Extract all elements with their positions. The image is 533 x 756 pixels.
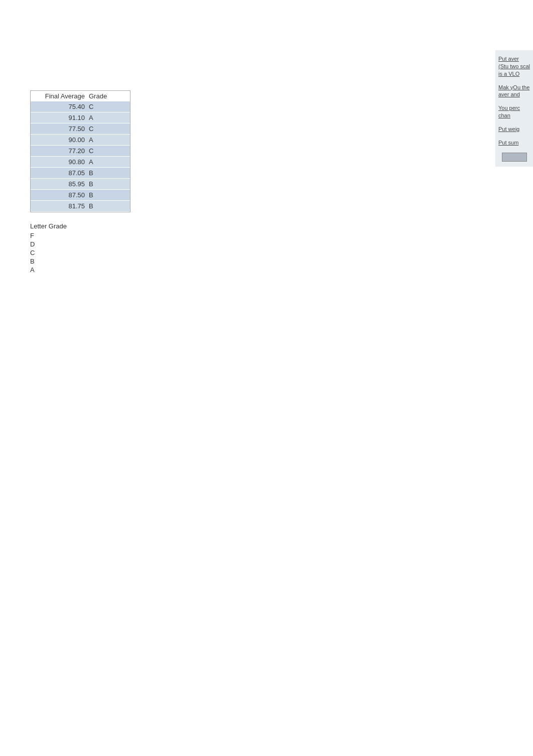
cell-grade: C: [89, 103, 93, 110]
sidebar-block-5: Put sum: [498, 139, 530, 147]
list-item: F: [30, 232, 130, 239]
cell-grade: B: [89, 202, 93, 210]
list-item: B: [30, 258, 130, 265]
sidebar-block-2: Mak yOu the aver and: [498, 84, 530, 99]
header-final-average: Final Average: [34, 92, 89, 100]
cell-final-average: 87.05: [34, 169, 89, 177]
main-content: Final Average Grade 75.40 C 91.10 A 77.5…: [30, 90, 130, 275]
cell-grade: C: [89, 125, 93, 133]
cell-grade: A: [89, 136, 93, 144]
cell-final-average: 75.40: [34, 103, 89, 110]
cell-final-average: 87.50: [34, 191, 89, 199]
table-header-row: Final Average Grade: [31, 91, 130, 101]
sidebar-text-1: Put aver (Stu two scal is a VLO: [498, 55, 530, 78]
cell-grade: C: [89, 147, 93, 155]
table-row: 90.80 A: [31, 157, 130, 167]
sidebar-text-4: Put weig: [498, 125, 530, 133]
table-row: 77.20 C: [31, 146, 130, 156]
cell-final-average: 77.20: [34, 147, 89, 155]
table-row: 91.10 A: [31, 112, 130, 123]
cell-grade: A: [89, 114, 93, 121]
sidebar-block-1: Put aver (Stu two scal is a VLO: [498, 55, 530, 78]
sidebar-panel: Put aver (Stu two scal is a VLO Mak yOu …: [495, 50, 533, 167]
letter-grade-label: Letter Grade: [30, 222, 130, 230]
table-row: 87.50 B: [31, 190, 130, 200]
cell-final-average: 90.00: [34, 136, 89, 144]
sidebar-block-4: Put weig: [498, 125, 530, 133]
grades-table: Final Average Grade 75.40 C 91.10 A 77.5…: [30, 90, 130, 212]
cell-grade: B: [89, 169, 93, 177]
list-item: C: [30, 249, 130, 257]
cell-grade: B: [89, 191, 93, 199]
sidebar-text-2: Mak yOu the aver and: [498, 84, 530, 99]
list-item: A: [30, 266, 130, 274]
letter-grade-section: Letter Grade FDCBA: [30, 222, 130, 274]
table-row: 90.00 A: [31, 135, 130, 145]
table-row: 87.05 B: [31, 168, 130, 178]
table-row: 85.95 B: [31, 179, 130, 189]
cell-final-average: 81.75: [34, 202, 89, 210]
cell-final-average: 91.10: [34, 114, 89, 121]
cell-grade: A: [89, 158, 93, 166]
sidebar-text-3: You perc chan: [498, 104, 530, 119]
sidebar-block-3: You perc chan: [498, 104, 530, 119]
sidebar-text-5: Put sum: [498, 139, 530, 147]
cell-grade: B: [89, 180, 93, 188]
cell-final-average: 85.95: [34, 180, 89, 188]
table-row: 81.75 B: [31, 201, 130, 211]
table-row: 77.50 C: [31, 123, 130, 134]
header-grade: Grade: [89, 92, 107, 100]
table-row: 75.40 C: [31, 101, 130, 112]
sidebar-button[interactable]: [502, 153, 527, 162]
cell-final-average: 90.80: [34, 158, 89, 166]
cell-final-average: 77.50: [34, 125, 89, 133]
list-item: D: [30, 240, 130, 248]
